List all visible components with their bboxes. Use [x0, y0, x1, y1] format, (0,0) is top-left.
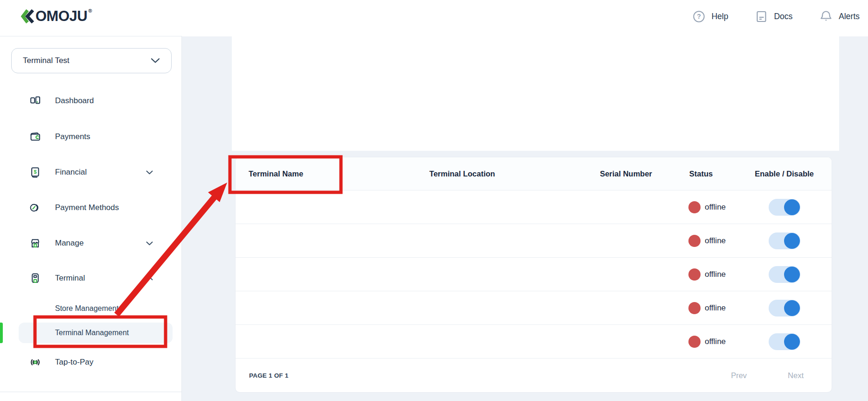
chevron-down-icon	[146, 241, 153, 246]
enable-toggle[interactable]	[769, 333, 800, 350]
cell-enable-disable	[736, 232, 832, 249]
table-row: offline	[236, 324, 832, 358]
docs-icon	[755, 10, 768, 23]
komoju-logo[interactable]: OMOJU ®	[21, 9, 92, 24]
payments-icon	[29, 131, 42, 142]
sidebar-item-financial[interactable]: $ Financial	[0, 162, 182, 183]
content-top-panel	[232, 36, 839, 151]
app-window: OMOJU ® ? Help	[0, 0, 868, 401]
sidebar: Terminal Test Dashboard	[0, 36, 182, 401]
manage-icon	[29, 238, 42, 249]
status-dot	[688, 268, 701, 281]
dashboard-icon	[29, 95, 42, 106]
svg-text:$: $	[34, 169, 37, 175]
sidebar-divider	[0, 392, 182, 392]
table-row: offline	[236, 257, 832, 291]
status-dot	[688, 302, 701, 314]
status-dot	[688, 235, 701, 247]
sidebar-item-label: Tap-to-Pay	[55, 358, 153, 367]
enable-toggle[interactable]	[769, 199, 800, 216]
table-footer: PAGE 1 OF 1 Prev Next	[236, 358, 832, 393]
table-row: offline	[236, 291, 832, 324]
table-row: offline	[236, 224, 832, 257]
table-row: offline	[236, 190, 832, 224]
help-label: Help	[711, 12, 728, 21]
cell-status: offline	[666, 235, 736, 247]
sidebar-item-terminal[interactable]: Terminal	[0, 268, 182, 288]
docs-button[interactable]: Docs	[755, 10, 792, 23]
account-selector[interactable]: Terminal Test	[11, 48, 172, 73]
cell-status: offline	[666, 302, 736, 314]
alerts-label: Alerts	[839, 12, 860, 21]
help-icon: ?	[693, 10, 705, 23]
sidebar-item-label: Manage	[55, 239, 146, 248]
svg-text:?: ?	[697, 13, 701, 20]
next-page-button[interactable]: Next	[788, 371, 804, 380]
sidebar-item-label: Financial	[55, 168, 146, 177]
sidebar-item-dashboard[interactable]: Dashboard	[0, 91, 182, 111]
cell-status: offline	[666, 201, 736, 213]
header-actions: ? Help Docs	[693, 10, 860, 23]
sidebar-item-tap-to-pay[interactable]: Tap-to-Pay	[0, 352, 182, 373]
chevron-down-icon	[146, 170, 153, 175]
sidebar-subitem-label: Store Management	[55, 304, 118, 313]
sidebar-item-payment-methods[interactable]: Payment Methods	[0, 197, 182, 218]
column-header-terminal-name: Terminal Name	[236, 169, 392, 178]
table-header-row: Terminal Name Terminal Location Serial N…	[236, 157, 832, 190]
column-header-enable-disable: Enable / Disable	[736, 169, 832, 178]
column-header-status: Status	[666, 169, 736, 178]
table-body: offline offline offline	[236, 190, 832, 358]
cell-enable-disable	[736, 266, 832, 283]
sidebar-subitem-label: Terminal Management	[55, 329, 129, 337]
column-header-terminal-location: Terminal Location	[392, 169, 532, 178]
toggle-knob	[784, 267, 800, 282]
enable-toggle[interactable]	[769, 232, 800, 249]
sidebar-item-store-management[interactable]: Store Management	[0, 298, 182, 319]
enable-toggle[interactable]	[769, 300, 800, 317]
docs-label: Docs	[774, 12, 792, 21]
status-dot	[688, 336, 701, 348]
logo-wordmark: OMOJU	[35, 9, 87, 24]
cell-enable-disable	[736, 199, 832, 216]
cell-enable-disable	[736, 333, 832, 350]
top-header: OMOJU ® ? Help	[0, 0, 868, 36]
status-text: offline	[705, 236, 726, 246]
sidebar-item-label: Payments	[55, 132, 153, 141]
cell-status: offline	[666, 336, 736, 348]
cell-status: offline	[666, 268, 736, 281]
logo-k-icon	[21, 9, 35, 24]
toggle-knob	[784, 300, 800, 316]
account-selector-value: Terminal Test	[23, 56, 69, 65]
status-text: offline	[705, 337, 726, 346]
status-dot	[688, 201, 701, 213]
pager: Prev Next	[731, 371, 804, 380]
alerts-button[interactable]: Alerts	[819, 10, 860, 23]
payment-methods-icon	[29, 202, 42, 213]
enable-toggle[interactable]	[769, 266, 800, 283]
prev-page-button[interactable]: Prev	[731, 371, 747, 380]
registered-mark: ®	[88, 8, 92, 14]
sidebar-item-manage[interactable]: Manage	[0, 233, 182, 253]
cell-enable-disable	[736, 300, 832, 317]
sidebar-item-label: Payment Methods	[55, 203, 153, 212]
toggle-knob	[784, 233, 800, 249]
terminal-icon	[29, 273, 42, 284]
financial-icon: $	[29, 167, 42, 178]
tap-to-pay-icon	[29, 357, 42, 368]
sidebar-item-label: Dashboard	[55, 96, 153, 106]
bell-icon	[819, 10, 833, 23]
help-button[interactable]: ? Help	[693, 10, 728, 23]
status-text: offline	[705, 203, 726, 212]
toggle-knob	[784, 334, 800, 350]
sidebar-item-label: Terminal	[55, 274, 146, 283]
toggle-knob	[784, 199, 800, 215]
status-text: offline	[705, 270, 726, 279]
chevron-down-icon	[151, 58, 160, 63]
sidebar-item-terminal-management[interactable]: Terminal Management	[0, 323, 182, 343]
sidebar-item-payments[interactable]: Payments	[0, 127, 182, 147]
status-text: offline	[705, 303, 726, 313]
chevron-up-icon	[146, 276, 153, 281]
page-indicator: PAGE 1 OF 1	[249, 372, 288, 379]
column-header-serial-number: Serial Number	[532, 169, 666, 178]
terminals-table: Terminal Name Terminal Location Serial N…	[235, 157, 832, 393]
